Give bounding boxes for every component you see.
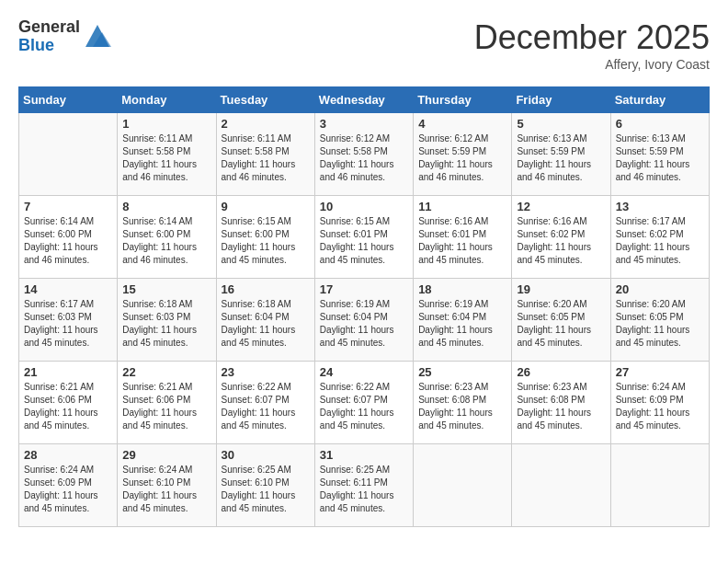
day-info: Sunrise: 6:21 AMSunset: 6:06 PMDaylight:… (24, 381, 112, 432)
calendar-cell: 1Sunrise: 6:11 AMSunset: 5:58 PMDaylight… (118, 113, 216, 196)
day-number: 4 (418, 117, 506, 131)
calendar-cell: 27Sunrise: 6:24 AMSunset: 6:09 PMDayligh… (610, 362, 709, 444)
day-info: Sunrise: 6:16 AMSunset: 6:01 PMDaylight:… (418, 215, 506, 267)
calendar-cell: 2Sunrise: 6:11 AMSunset: 5:58 PMDaylight… (216, 113, 314, 196)
column-header-thursday: Thursday (414, 87, 512, 113)
day-number: 11 (418, 200, 506, 213)
day-info: Sunrise: 6:25 AMSunset: 6:11 PMDaylight:… (320, 464, 408, 515)
day-info: Sunrise: 6:21 AMSunset: 6:06 PMDaylight:… (122, 381, 210, 432)
calendar-cell: 28Sunrise: 6:24 AMSunset: 6:09 PMDayligh… (19, 444, 118, 527)
day-info: Sunrise: 6:11 AMSunset: 5:58 PMDaylight:… (222, 132, 310, 184)
day-number: 6 (616, 117, 704, 131)
logo: General Blue (18, 18, 111, 55)
day-info: Sunrise: 6:18 AMSunset: 6:04 PMDaylight:… (222, 298, 310, 350)
day-number: 8 (122, 200, 210, 213)
calendar-cell: 17Sunrise: 6:19 AMSunset: 6:04 PMDayligh… (314, 279, 413, 362)
day-info: Sunrise: 6:22 AMSunset: 6:07 PMDaylight:… (320, 381, 408, 432)
day-number: 9 (222, 200, 310, 213)
calendar-cell: 15Sunrise: 6:18 AMSunset: 6:03 PMDayligh… (118, 279, 216, 362)
calendar-cell (19, 113, 118, 196)
day-number: 3 (320, 117, 408, 131)
calendar-header-row: SundayMondayTuesdayWednesdayThursdayFrid… (19, 87, 710, 113)
day-info: Sunrise: 6:25 AMSunset: 6:10 PMDaylight:… (222, 464, 310, 515)
day-number: 7 (24, 200, 112, 213)
day-number: 25 (418, 365, 506, 379)
calendar-cell: 10Sunrise: 6:15 AMSunset: 6:01 PMDayligh… (314, 196, 413, 279)
day-number: 5 (517, 117, 605, 131)
calendar-week-1: 1Sunrise: 6:11 AMSunset: 5:58 PMDaylight… (19, 113, 710, 196)
calendar-week-5: 28Sunrise: 6:24 AMSunset: 6:09 PMDayligh… (19, 444, 710, 527)
column-header-tuesday: Tuesday (216, 87, 314, 113)
day-info: Sunrise: 6:24 AMSunset: 6:09 PMDaylight:… (616, 381, 704, 432)
column-header-wednesday: Wednesday (314, 87, 413, 113)
day-number: 21 (24, 365, 112, 379)
day-info: Sunrise: 6:18 AMSunset: 6:03 PMDaylight:… (122, 298, 210, 350)
location-subtitle: Affery, Ivory Coast (474, 57, 710, 72)
day-number: 12 (517, 200, 605, 213)
day-info: Sunrise: 6:16 AMSunset: 6:02 PMDaylight:… (517, 215, 605, 267)
day-info: Sunrise: 6:19 AMSunset: 6:04 PMDaylight:… (320, 298, 408, 350)
day-number: 1 (122, 117, 210, 131)
day-info: Sunrise: 6:17 AMSunset: 6:03 PMDaylight:… (24, 298, 112, 350)
day-info: Sunrise: 6:15 AMSunset: 6:01 PMDaylight:… (320, 215, 408, 267)
calendar-cell: 7Sunrise: 6:14 AMSunset: 6:00 PMDaylight… (19, 196, 118, 279)
page-header: General Blue December 2025 Affery, Ivory… (18, 18, 710, 72)
calendar-week-2: 7Sunrise: 6:14 AMSunset: 6:00 PMDaylight… (19, 196, 710, 279)
day-number: 18 (418, 282, 506, 296)
calendar-cell: 8Sunrise: 6:14 AMSunset: 6:00 PMDaylight… (118, 196, 216, 279)
day-info: Sunrise: 6:14 AMSunset: 6:00 PMDaylight:… (122, 215, 210, 267)
day-info: Sunrise: 6:14 AMSunset: 6:00 PMDaylight:… (24, 215, 112, 267)
day-number: 28 (24, 448, 112, 462)
day-info: Sunrise: 6:24 AMSunset: 6:10 PMDaylight:… (122, 464, 210, 515)
day-info: Sunrise: 6:12 AMSunset: 5:59 PMDaylight:… (418, 132, 506, 184)
calendar-cell: 21Sunrise: 6:21 AMSunset: 6:06 PMDayligh… (19, 362, 118, 444)
calendar-cell: 29Sunrise: 6:24 AMSunset: 6:10 PMDayligh… (118, 444, 216, 527)
day-info: Sunrise: 6:20 AMSunset: 6:05 PMDaylight:… (517, 298, 605, 350)
day-number: 14 (24, 282, 112, 296)
calendar-cell: 31Sunrise: 6:25 AMSunset: 6:11 PMDayligh… (314, 444, 413, 527)
calendar-cell: 9Sunrise: 6:15 AMSunset: 6:00 PMDaylight… (216, 196, 314, 279)
day-number: 24 (320, 365, 408, 379)
month-title: December 2025 (474, 18, 710, 57)
day-info: Sunrise: 6:15 AMSunset: 6:00 PMDaylight:… (222, 215, 310, 267)
calendar-cell: 20Sunrise: 6:20 AMSunset: 6:05 PMDayligh… (610, 279, 709, 362)
day-number: 13 (616, 200, 704, 213)
day-info: Sunrise: 6:23 AMSunset: 6:08 PMDaylight:… (418, 381, 506, 432)
calendar-cell: 16Sunrise: 6:18 AMSunset: 6:04 PMDayligh… (216, 279, 314, 362)
day-number: 31 (320, 448, 408, 462)
day-info: Sunrise: 6:13 AMSunset: 5:59 PMDaylight:… (616, 132, 704, 184)
calendar-cell: 30Sunrise: 6:25 AMSunset: 6:10 PMDayligh… (216, 444, 314, 527)
calendar-cell: 18Sunrise: 6:19 AMSunset: 6:04 PMDayligh… (414, 279, 512, 362)
column-header-monday: Monday (118, 87, 216, 113)
calendar-table: SundayMondayTuesdayWednesdayThursdayFrid… (18, 86, 710, 527)
calendar-cell: 11Sunrise: 6:16 AMSunset: 6:01 PMDayligh… (414, 196, 512, 279)
logo-general: General (18, 18, 80, 37)
calendar-cell: 14Sunrise: 6:17 AMSunset: 6:03 PMDayligh… (19, 279, 118, 362)
calendar-cell: 23Sunrise: 6:22 AMSunset: 6:07 PMDayligh… (216, 362, 314, 444)
day-number: 22 (122, 365, 210, 379)
day-info: Sunrise: 6:20 AMSunset: 6:05 PMDaylight:… (616, 298, 704, 350)
day-number: 16 (222, 282, 310, 296)
calendar-cell: 12Sunrise: 6:16 AMSunset: 6:02 PMDayligh… (512, 196, 610, 279)
calendar-cell: 5Sunrise: 6:13 AMSunset: 5:59 PMDaylight… (512, 113, 610, 196)
day-number: 19 (517, 282, 605, 296)
day-info: Sunrise: 6:12 AMSunset: 5:58 PMDaylight:… (320, 132, 408, 184)
day-number: 23 (222, 365, 310, 379)
calendar-cell: 19Sunrise: 6:20 AMSunset: 6:05 PMDayligh… (512, 279, 610, 362)
day-number: 27 (616, 365, 704, 379)
logo-icon (84, 21, 111, 52)
day-info: Sunrise: 6:24 AMSunset: 6:09 PMDaylight:… (24, 464, 112, 515)
calendar-cell: 24Sunrise: 6:22 AMSunset: 6:07 PMDayligh… (314, 362, 413, 444)
calendar-cell: 26Sunrise: 6:23 AMSunset: 6:08 PMDayligh… (512, 362, 610, 444)
calendar-cell (512, 444, 610, 527)
column-header-friday: Friday (512, 87, 610, 113)
day-number: 20 (616, 282, 704, 296)
logo-blue: Blue (18, 37, 80, 55)
day-number: 10 (320, 200, 408, 213)
calendar-cell (414, 444, 512, 527)
calendar-week-4: 21Sunrise: 6:21 AMSunset: 6:06 PMDayligh… (19, 362, 710, 444)
day-info: Sunrise: 6:23 AMSunset: 6:08 PMDaylight:… (517, 381, 605, 432)
column-header-saturday: Saturday (610, 87, 709, 113)
day-info: Sunrise: 6:13 AMSunset: 5:59 PMDaylight:… (517, 132, 605, 184)
day-number: 2 (222, 117, 310, 131)
